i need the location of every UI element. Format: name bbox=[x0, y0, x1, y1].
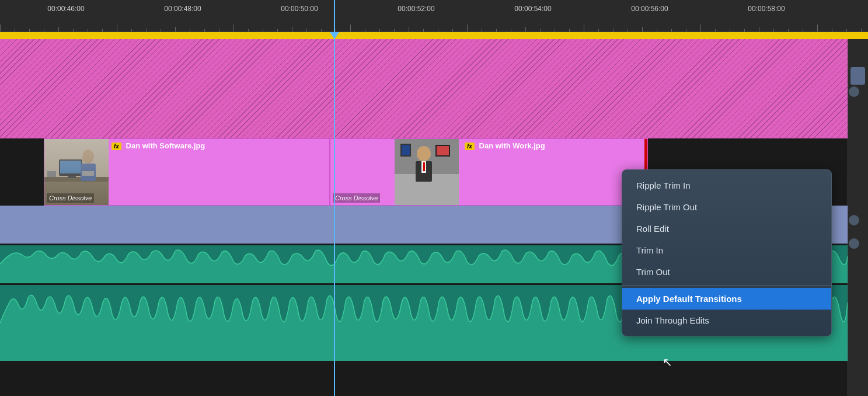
svg-rect-5 bbox=[60, 161, 81, 173]
menu-item-trim-in[interactable]: Trim In bbox=[622, 239, 831, 261]
track-end-circle-blue bbox=[849, 215, 859, 225]
svg-rect-19 bbox=[437, 146, 449, 155]
playhead-head[interactable] bbox=[330, 32, 339, 39]
ruler-label-54: 00:00:54:00 bbox=[514, 5, 551, 13]
ruler-label-48: 00:00:48:00 bbox=[164, 5, 201, 13]
svg-rect-8 bbox=[81, 164, 96, 181]
menu-item-trim-out[interactable]: Trim Out bbox=[622, 261, 831, 283]
track-end-circle-blue2 bbox=[849, 238, 859, 249]
clip-work-thumbnail bbox=[395, 139, 459, 206]
fx-badge-software: fx bbox=[111, 143, 121, 150]
menu-item-apply-default-transitions[interactable]: Apply Default Transitions bbox=[622, 288, 831, 310]
clip-software[interactable]: fx Dan with Software.jpg Cross Dissolve bbox=[44, 138, 330, 206]
track-end-circle-pink bbox=[849, 86, 859, 97]
svg-rect-21 bbox=[402, 145, 410, 155]
timeline-ruler: 00:00:46:00 00:00:48:00 00:00:50:00 00:0… bbox=[0, 0, 868, 32]
menu-item-ripple-trim-in[interactable]: Ripple Trim In bbox=[622, 175, 831, 196]
context-menu: Ripple Trim In Ripple Trim Out Roll Edit… bbox=[622, 169, 832, 336]
ruler-label-56: 00:00:56:00 bbox=[631, 5, 668, 13]
svg-rect-10 bbox=[82, 171, 94, 176]
ruler-label-52: 00:00:52:00 bbox=[398, 5, 434, 13]
yellow-progress-bar bbox=[0, 32, 868, 39]
svg-rect-3 bbox=[44, 177, 109, 182]
menu-item-join-through-edits[interactable]: Join Through Edits bbox=[622, 310, 831, 331]
clip-work[interactable]: Cross Dissolve fx Dan bbox=[330, 138, 648, 206]
svg-point-7 bbox=[82, 150, 94, 164]
scroll-thumb[interactable] bbox=[850, 67, 865, 85]
ruler-label-50: 00:00:50:00 bbox=[281, 5, 318, 13]
ruler-label-58: 00:00:58:00 bbox=[748, 5, 785, 13]
svg-rect-4 bbox=[59, 159, 82, 176]
menu-item-ripple-trim-out[interactable]: Ripple Trim Out bbox=[622, 196, 831, 218]
menu-separator bbox=[622, 285, 831, 286]
clip-work-label: fx Dan with Work.jpg bbox=[465, 141, 545, 150]
menu-item-roll-edit[interactable]: Roll Edit bbox=[622, 218, 831, 239]
svg-rect-9 bbox=[47, 171, 56, 177]
svg-rect-6 bbox=[68, 176, 76, 178]
track-pink-video bbox=[0, 39, 848, 138]
svg-point-14 bbox=[417, 146, 431, 161]
clip-software-label: fx Dan with Software.jpg bbox=[111, 141, 205, 150]
svg-rect-17 bbox=[423, 162, 425, 171]
playhead-line[interactable] bbox=[334, 0, 335, 396]
fx-badge-work: fx bbox=[465, 143, 475, 150]
svg-rect-1 bbox=[44, 139, 109, 180]
ruler-label-46: 00:00:46:00 bbox=[47, 5, 84, 13]
dissolve-badge-software: Cross Dissolve bbox=[47, 193, 94, 203]
dissolve-badge-work: Cross Dissolve bbox=[333, 193, 380, 203]
